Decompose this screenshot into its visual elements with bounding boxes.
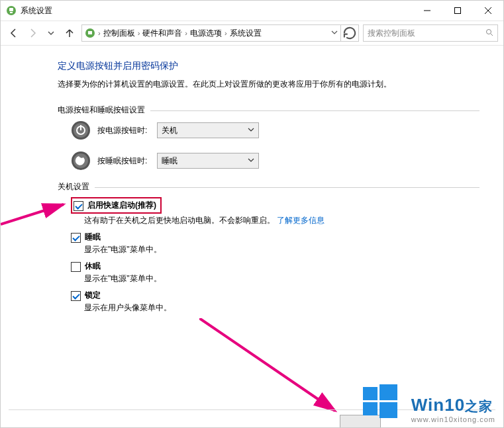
control-panel-icon xyxy=(85,28,95,38)
minimize-button[interactable] xyxy=(412,1,442,21)
learn-more-link[interactable]: 了解更多信息 xyxy=(277,216,325,225)
option-description: 显示在"电源"菜单中。 xyxy=(84,244,479,255)
row-label: 按电源按钮时: xyxy=(97,125,157,136)
shutdown-settings-section: 关机设置 启用快速启动(推荐) 这有助于在关机之后更快地启动电脑。不会影响重启。… xyxy=(58,181,479,314)
option-label: 锁定 xyxy=(85,290,101,301)
refresh-button[interactable] xyxy=(341,24,359,42)
recent-dropdown[interactable] xyxy=(43,25,59,41)
window-buttons xyxy=(412,1,503,21)
close-button[interactable] xyxy=(473,1,503,21)
option-label: 启用快速启动(推荐) xyxy=(87,200,156,211)
watermark: Win10之家 www.win10xitong.com xyxy=(411,395,495,423)
option-label: 睡眠 xyxy=(85,232,101,243)
svg-point-9 xyxy=(487,29,491,34)
svg-line-10 xyxy=(491,34,493,36)
breadcrumb-item[interactable]: 系统设置 xyxy=(230,28,262,39)
divider xyxy=(95,187,479,188)
chevron-down-icon xyxy=(248,126,254,135)
annotation-arrow-icon xyxy=(199,318,352,417)
power-button-select[interactable]: 关机 xyxy=(157,122,259,138)
svg-rect-2 xyxy=(10,12,13,13)
power-icon xyxy=(71,120,91,140)
svg-rect-19 xyxy=(363,387,378,400)
checkbox[interactable] xyxy=(71,262,81,272)
address-dropdown-icon[interactable] xyxy=(331,28,338,38)
breadcrumb-item[interactable]: 硬件和声音 xyxy=(142,28,182,39)
forward-button[interactable] xyxy=(25,25,40,41)
checkbox[interactable] xyxy=(74,201,83,211)
app-icon xyxy=(6,5,17,16)
sleep-button-row: 按睡眠按钮时: 睡眠 xyxy=(71,151,479,171)
search-placeholder: 搜索控制面板 xyxy=(368,28,485,39)
power-button-section: 电源按钮和睡眠按钮设置 按电源按钮时: 关机 按睡眠按钮时: 睡眠 xyxy=(58,105,479,171)
divider xyxy=(150,110,479,111)
up-button[interactable] xyxy=(62,25,77,41)
breadcrumb-item[interactable]: 电源选项 xyxy=(190,28,222,39)
maximize-button[interactable] xyxy=(442,1,473,21)
back-button[interactable] xyxy=(6,25,22,41)
option-description: 显示在"电源"菜单中。 xyxy=(84,273,479,284)
checkbox[interactable] xyxy=(71,233,81,243)
chevron-right-icon: › xyxy=(138,29,140,37)
svg-rect-1 xyxy=(9,8,13,11)
search-icon xyxy=(485,28,493,38)
svg-rect-21 xyxy=(363,402,378,415)
sleep-icon xyxy=(71,151,91,171)
address-bar[interactable]: › 控制面板 › 硬件和声音 › 电源选项 › 系统设置 xyxy=(81,24,341,42)
power-button-row: 按电源按钮时: 关机 xyxy=(71,120,479,140)
system-settings-window: 系统设置 › 控制面板 › 硬件和声音 › 电源选项 › 系统设置 搜索控制面板 xyxy=(0,0,504,428)
highlight-box: 启用快速启动(推荐) xyxy=(71,197,162,214)
sleep-option[interactable]: 睡眠 xyxy=(71,232,479,243)
chevron-down-icon xyxy=(248,156,254,165)
chevron-right-icon: › xyxy=(225,29,227,37)
chevron-right-icon: › xyxy=(185,29,187,37)
svg-rect-8 xyxy=(88,31,92,34)
search-input[interactable]: 搜索控制面板 xyxy=(363,24,498,42)
hibernate-option[interactable]: 休眠 xyxy=(71,261,479,272)
chevron-right-icon: › xyxy=(98,29,101,37)
page-heading: 定义电源按钮并启用密码保护 xyxy=(58,60,479,72)
option-label: 休眠 xyxy=(85,261,101,272)
row-label: 按睡眠按钮时: xyxy=(97,155,157,167)
svg-rect-4 xyxy=(455,8,461,14)
option-description: 显示在用户头像菜单中。 xyxy=(84,302,479,314)
lock-option[interactable]: 锁定 xyxy=(71,290,479,301)
svg-rect-22 xyxy=(379,402,397,418)
option-description: 这有助于在关机之后更快地启动电脑。不会影响重启。 了解更多信息 xyxy=(84,215,479,226)
checkbox[interactable] xyxy=(71,291,81,301)
titlebar: 系统设置 xyxy=(1,1,503,21)
window-title: 系统设置 xyxy=(21,5,412,17)
breadcrumb-item[interactable]: 控制面板 xyxy=(103,28,135,39)
sleep-button-select[interactable]: 睡眠 xyxy=(157,153,259,169)
page-description: 选择要为你的计算机设置的电源设置。在此页上对设置所做的更改将应用于你所有的电源计… xyxy=(58,79,479,90)
svg-rect-20 xyxy=(379,384,397,400)
content-area: 定义电源按钮并启用密码保护 选择要为你的计算机设置的电源设置。在此页上对设置所做… xyxy=(1,46,503,314)
svg-line-18 xyxy=(199,318,335,411)
toolbar: › 控制面板 › 硬件和声音 › 电源选项 › 系统设置 搜索控制面板 xyxy=(1,21,503,46)
fast-startup-option[interactable]: 启用快速启动(推荐) xyxy=(71,197,479,214)
windows-logo-icon xyxy=(363,384,397,421)
